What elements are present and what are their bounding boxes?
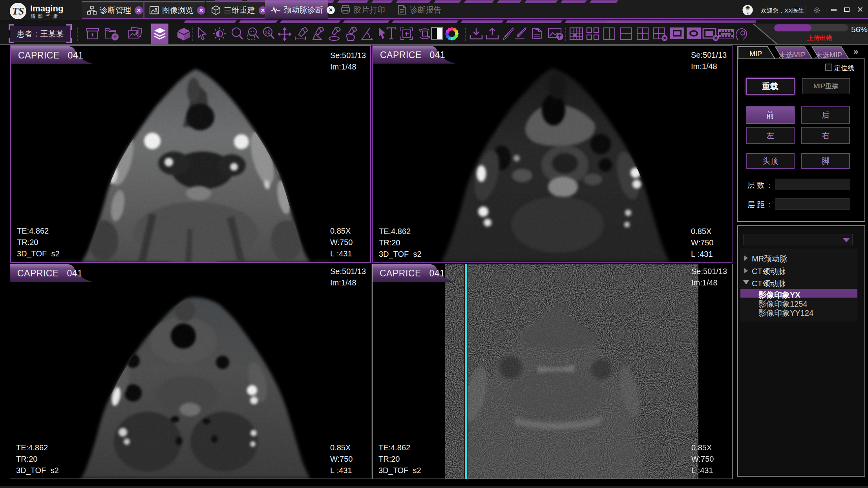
svg-text:TS: TS [12, 5, 24, 17]
svg-text:x2: x2 [265, 29, 270, 35]
